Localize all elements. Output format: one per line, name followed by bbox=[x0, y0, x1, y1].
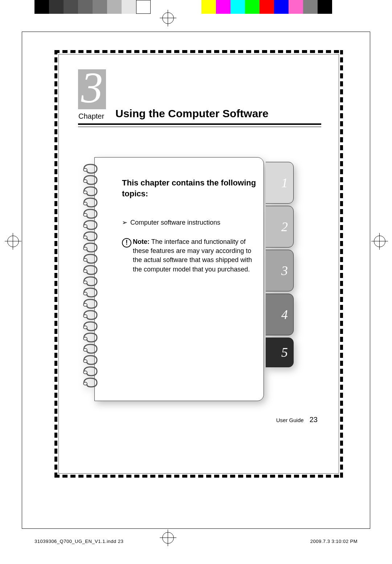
svg-point-3 bbox=[83, 202, 87, 205]
note-label: Note: bbox=[133, 238, 150, 245]
svg-point-18 bbox=[83, 371, 87, 374]
svg-point-4 bbox=[83, 213, 87, 216]
side-tab-label: 5 bbox=[281, 345, 288, 360]
svg-point-11 bbox=[83, 292, 87, 295]
color-swatch bbox=[318, 0, 332, 14]
svg-point-12 bbox=[83, 303, 87, 306]
spiral-ring-icon bbox=[82, 288, 98, 296]
registration-mark-icon bbox=[374, 236, 385, 247]
doc-label: User Guide bbox=[276, 417, 304, 423]
color-swatch bbox=[289, 0, 303, 14]
color-swatch bbox=[107, 0, 122, 14]
chapter-title: Using the Computer Software bbox=[115, 107, 269, 120]
print-color-bars bbox=[0, 0, 392, 14]
color-swatch bbox=[274, 0, 289, 14]
color-swatch bbox=[216, 0, 230, 14]
spiral-ring-icon bbox=[82, 311, 98, 319]
slug-timestamp: 2009.7.3 3:10:02 PM bbox=[310, 539, 358, 544]
intro-heading: This chapter contains the following topi… bbox=[122, 177, 256, 199]
svg-point-10 bbox=[83, 281, 87, 284]
bullet-arrow-icon: ➢ bbox=[122, 219, 127, 226]
side-tab-1: 1 bbox=[275, 162, 294, 204]
svg-point-15 bbox=[83, 337, 87, 340]
spiral-ring-icon bbox=[82, 187, 98, 195]
spiral-ring-icon bbox=[82, 277, 98, 285]
svg-point-1 bbox=[83, 180, 87, 183]
page-footer: User Guide 23 bbox=[276, 416, 318, 424]
spiral-ring-icon bbox=[82, 322, 98, 330]
note-body: The interface and functionality of these… bbox=[133, 238, 252, 273]
spiral-ring-icon bbox=[82, 299, 98, 307]
chapter-number: 3 bbox=[81, 66, 103, 110]
registration-mark-icon bbox=[162, 12, 174, 24]
note-text: Note: The interface and functionality of… bbox=[133, 237, 260, 274]
chapter-number-box: 3 bbox=[78, 69, 106, 109]
note-block: ! Note: The interface and functionality … bbox=[122, 237, 260, 274]
svg-point-2 bbox=[83, 191, 87, 194]
color-swatch bbox=[136, 0, 151, 14]
color-swatch bbox=[245, 0, 260, 14]
spiral-ring-icon bbox=[82, 254, 98, 262]
svg-point-5 bbox=[83, 225, 87, 228]
side-tab-label: 2 bbox=[281, 219, 288, 234]
side-tab-5: 5 bbox=[275, 338, 294, 367]
svg-point-0 bbox=[83, 168, 87, 171]
side-tab-label: 1 bbox=[281, 175, 288, 191]
spiral-ring-icon bbox=[82, 176, 98, 184]
side-tab-label: 4 bbox=[281, 307, 288, 322]
color-swatch bbox=[93, 0, 107, 14]
registration-mark-icon bbox=[162, 532, 174, 544]
divider-thin bbox=[78, 127, 321, 127]
svg-point-17 bbox=[83, 360, 87, 363]
topic-text: Computer software instructions bbox=[130, 219, 220, 226]
spiral-ring-icon bbox=[82, 266, 98, 274]
spiral-ring-icon bbox=[82, 356, 98, 364]
spiral-ring-icon bbox=[82, 221, 98, 229]
spiral-ring-icon bbox=[82, 164, 98, 172]
svg-point-13 bbox=[83, 315, 87, 318]
color-swatch bbox=[64, 0, 78, 14]
note-icon: ! bbox=[122, 237, 133, 274]
spiral-ring-icon bbox=[82, 198, 98, 206]
svg-point-16 bbox=[83, 348, 87, 351]
color-swatch bbox=[49, 0, 64, 14]
topic-item: ➢Computer software instructions bbox=[122, 218, 256, 226]
notebook-graphic: This chapter contains the following topi… bbox=[82, 157, 272, 400]
spiral-ring-icon bbox=[82, 243, 98, 251]
color-swatch bbox=[260, 0, 274, 14]
spiral-ring-icon bbox=[82, 209, 98, 217]
spiral-ring-icon bbox=[82, 378, 98, 386]
spiral-binding-icon bbox=[82, 164, 103, 389]
side-tabs: 12345 bbox=[275, 162, 293, 369]
color-swatch bbox=[303, 0, 318, 14]
divider-thick bbox=[78, 123, 321, 125]
color-swatch bbox=[122, 0, 136, 14]
registration-mark-icon bbox=[7, 236, 19, 247]
spiral-ring-icon bbox=[82, 333, 98, 341]
spiral-ring-icon bbox=[82, 344, 98, 352]
side-tab-4: 4 bbox=[275, 294, 294, 335]
side-tab-label: 3 bbox=[281, 263, 288, 278]
color-swatch bbox=[34, 0, 49, 14]
svg-point-14 bbox=[83, 326, 87, 329]
svg-point-19 bbox=[83, 382, 87, 385]
color-swatch bbox=[201, 0, 216, 14]
notebook-page: This chapter contains the following topi… bbox=[94, 157, 264, 401]
color-swatch bbox=[78, 0, 93, 14]
page-number: 23 bbox=[310, 416, 318, 424]
spiral-ring-icon bbox=[82, 367, 98, 375]
side-tab-3: 3 bbox=[275, 250, 294, 291]
svg-point-7 bbox=[83, 247, 87, 250]
spiral-ring-icon bbox=[82, 232, 98, 240]
svg-point-9 bbox=[83, 270, 87, 273]
side-tab-2: 2 bbox=[275, 206, 294, 248]
color-swatch bbox=[230, 0, 245, 14]
svg-point-8 bbox=[83, 258, 87, 261]
svg-point-6 bbox=[83, 236, 87, 239]
slug-filename: 31039306_Q700_UG_EN_V1.1.indd 23 bbox=[34, 539, 123, 544]
chapter-label: Chapter bbox=[78, 112, 104, 120]
